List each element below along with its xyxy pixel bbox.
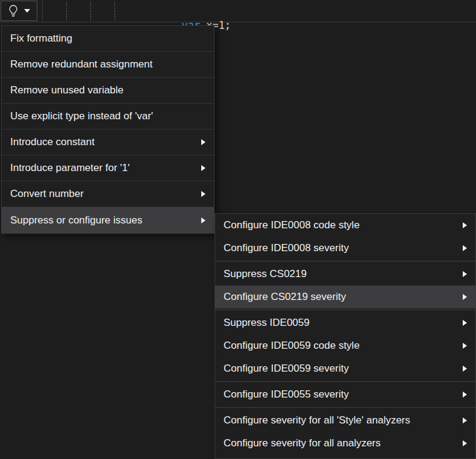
menu-item-use-explicit-type[interactable]: Use explicit type instead of 'var' [2,104,214,130]
menu-item-label: Use explicit type instead of 'var' [10,110,205,122]
menu-item-label: Introduce constant [10,136,195,148]
submenu-arrow-icon [463,366,467,372]
submenu-arrow-icon [463,392,467,398]
submenu-item-suppress-ide0059[interactable]: Suppress IDE0059 [215,311,475,334]
menu-item-label: Configure IDE0008 severity [224,242,457,254]
submenu-arrow-icon [201,191,205,197]
submenu-arrow-icon [463,320,467,326]
menu-item-label: Configure severity for all 'Style' analy… [224,414,457,426]
menu-item-remove-redundant-assignment[interactable]: Remove redundant assignment [2,52,214,78]
submenu-item-configure-severity-all-analyzers[interactable]: Configure severity for all analyzers [215,432,475,455]
menu-item-label: Configure IDE0059 severity [224,363,457,375]
editor-toolbar: varx=1; [0,0,476,22]
submenu-item-suppress-cs0219[interactable]: Suppress CS0219 [215,263,475,286]
menu-item-label: Suppress IDE0059 [224,317,457,329]
submenu-arrow-icon [201,217,205,223]
indent-guide [90,2,91,20]
submenu-arrow-icon [463,417,467,423]
menu-item-label: Introduce parameter for '1' [10,162,195,174]
menu-item-label: Suppress or configure issues [10,214,195,226]
quick-actions-button[interactable] [1,1,37,21]
menu-item-introduce-constant[interactable]: Introduce constant [2,130,214,155]
submenu-arrow-icon [463,271,467,277]
submenu-arrow-icon [463,222,467,228]
editor-margin-divider [42,0,43,22]
menu-item-label: Remove unused variable [10,84,205,96]
indent-guide [66,2,67,20]
menu-item-label: Configure IDE0059 code style [224,340,457,352]
menu-item-label: Remove redundant assignment [10,58,205,70]
submenu-arrow-icon [463,343,467,349]
submenu-item-configure-ide0059-severity[interactable]: Configure IDE0059 severity [215,357,475,380]
menu-separator [215,310,475,310]
submenu-arrow-icon [463,440,467,446]
menu-item-fix-formatting[interactable]: Fix formatting [2,26,214,52]
menu-separator [215,381,475,382]
quick-actions-menu: Fix formatting Remove redundant assignme… [1,25,215,234]
menu-separator [215,407,475,408]
menu-item-introduce-parameter[interactable]: Introduce parameter for '1' [2,155,214,181]
menu-item-label: Configure severity for all analyzers [224,437,457,449]
submenu-item-configure-ide0008-code-style[interactable]: Configure IDE0008 code style [215,214,475,237]
menu-item-label: Fix formatting [10,33,205,45]
menu-item-suppress-or-configure-issues[interactable]: Suppress or configure issues [2,207,214,233]
submenu-item-configure-ide0055-severity[interactable]: Configure IDE0055 severity [215,383,475,406]
submenu-item-configure-cs0219-severity[interactable]: Configure CS0219 severity [215,286,475,308]
submenu-arrow-icon [463,294,467,300]
submenu-item-configure-ide0059-code-style[interactable]: Configure IDE0059 code style [215,334,475,357]
menu-item-label: Configure CS0219 severity [224,291,457,303]
code-statement-rest: =1; [212,19,231,31]
suppress-configure-submenu: Configure IDE0008 code style Configure I… [215,213,476,459]
menu-separator [215,261,475,261]
menu-item-remove-unused-variable[interactable]: Remove unused variable [2,78,214,104]
menu-item-label: Convert number [10,188,195,200]
submenu-arrow-icon [201,139,205,145]
menu-item-label: Configure IDE0055 severity [224,389,457,401]
lightbulb-icon [8,4,19,17]
indent-guide [114,2,115,20]
menu-item-convert-number[interactable]: Convert number [2,181,214,207]
menu-item-label: Configure IDE0008 code style [224,219,457,231]
submenu-item-configure-ide0008-severity[interactable]: Configure IDE0008 severity [215,237,475,260]
submenu-arrow-icon [201,165,205,171]
chevron-down-icon [24,9,30,13]
submenu-arrow-icon [463,245,467,251]
submenu-item-configure-severity-style-analyzers[interactable]: Configure severity for all 'Style' analy… [215,409,475,432]
menu-item-label: Suppress CS0219 [224,268,457,280]
